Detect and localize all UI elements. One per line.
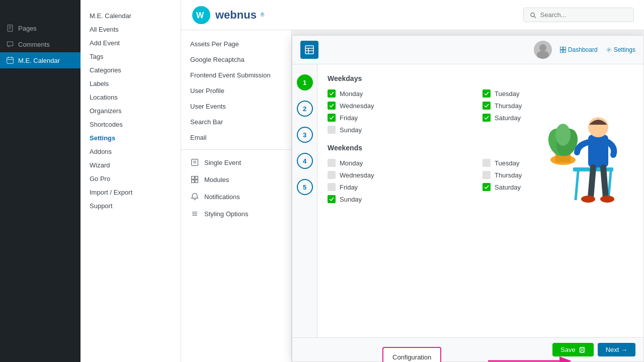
- wknd-friday-checkbox[interactable]: [328, 183, 336, 191]
- svg-rect-12: [192, 159, 198, 166]
- tuesday-checkbox[interactable]: [482, 89, 491, 98]
- wknd-sunday-checkbox[interactable]: [328, 195, 336, 203]
- logo-trademark: ®: [261, 12, 264, 18]
- svg-rect-18: [195, 180, 198, 183]
- menu-item-notifications[interactable]: Notifications: [181, 188, 291, 205]
- menu-label-notifications: Notifications: [204, 193, 240, 201]
- friday-checkbox[interactable]: [328, 114, 336, 122]
- wizard-overlay: Dashboard Settings: [292, 35, 644, 362]
- svg-rect-28: [560, 47, 563, 50]
- svg-rect-46: [581, 347, 584, 349]
- submenu-labels[interactable]: Labels: [80, 77, 181, 90]
- search-box[interactable]: [523, 8, 634, 22]
- submenu-import-export[interactable]: Import / Export: [80, 186, 181, 199]
- svg-rect-41: [588, 135, 608, 167]
- menu-label-email: Email: [190, 134, 207, 141]
- menu-item-single-event[interactable]: Single Event: [181, 154, 291, 171]
- wizard-header: Dashboard Settings: [292, 36, 643, 64]
- menu-item-user-events[interactable]: User Events: [181, 99, 291, 114]
- svg-rect-22: [305, 46, 313, 54]
- weekend-sunday: Sunday: [328, 195, 478, 203]
- wknd-tuesday-checkbox[interactable]: [482, 159, 491, 167]
- submenu-addons[interactable]: Addons: [80, 145, 181, 158]
- weekday-friday: Friday: [328, 114, 478, 122]
- menu-item-frontend[interactable]: Frontend Event Submission: [181, 67, 291, 83]
- menu-item-assets[interactable]: Assets Per Page: [181, 36, 291, 52]
- wknd-wednesday-checkbox[interactable]: [328, 171, 336, 179]
- svg-point-10: [531, 13, 535, 17]
- sidebar-item-pages[interactable]: Pages: [0, 20, 80, 36]
- sidebar-item-comments[interactable]: Comments: [0, 36, 80, 52]
- svg-rect-30: [560, 50, 563, 53]
- svg-point-27: [537, 51, 549, 59]
- svg-point-26: [539, 44, 546, 51]
- single-event-icon: [190, 158, 199, 167]
- submenu-me-calendar[interactable]: M.E. Calendar: [80, 9, 181, 23]
- wizard-panel: Dashboard Settings: [292, 35, 644, 362]
- wp-admin-sidebar: Pages Comments M.E. Calendar: [0, 0, 80, 362]
- menu-item-email[interactable]: Email: [181, 130, 291, 145]
- wknd-monday-checkbox[interactable]: [328, 159, 336, 167]
- calendar-icon: [6, 56, 14, 64]
- sunday-checkbox[interactable]: [328, 126, 336, 134]
- weekday-monday: Monday: [328, 89, 478, 98]
- next-button[interactable]: Next →: [598, 343, 635, 356]
- wizard-table-icon: [300, 41, 318, 59]
- saturday-label: Saturday: [495, 114, 521, 122]
- submenu-organizers[interactable]: Organizers: [80, 104, 181, 118]
- submenu-all-events[interactable]: All Events: [80, 23, 181, 36]
- svg-point-44: [600, 196, 614, 203]
- weekday-sunday: Sunday: [328, 126, 478, 134]
- dashboard-link[interactable]: Dashboard: [560, 46, 598, 53]
- svg-rect-4: [7, 57, 14, 63]
- wizard-step-sidebar: 1 2 3 4 5: [292, 64, 317, 337]
- logo-text: webnus: [215, 9, 257, 22]
- menu-item-search-bar[interactable]: Search Bar: [181, 114, 291, 130]
- step-2: 2: [297, 101, 313, 117]
- sidebar-comments-label: Comments: [18, 41, 50, 48]
- logo-area: W webnus ®: [191, 5, 264, 25]
- menu-item-styling[interactable]: Styling Options: [181, 205, 291, 222]
- saturday-checkbox[interactable]: [482, 114, 491, 122]
- svg-rect-29: [564, 47, 566, 50]
- submenu-gopro[interactable]: Go Pro: [80, 172, 181, 186]
- wednesday-checkbox[interactable]: [328, 102, 336, 110]
- sidebar-item-mec[interactable]: M.E. Calendar: [0, 52, 80, 68]
- step-4: 4: [297, 153, 313, 169]
- mec-submenu: Admin area for the Modern Events Calenda…: [80, 0, 181, 362]
- svg-rect-17: [192, 180, 195, 183]
- menu-item-modules[interactable]: Modules: [181, 171, 291, 188]
- submenu-locations[interactable]: Locations: [80, 90, 181, 104]
- submenu-shortcodes[interactable]: Shortcodes: [80, 118, 181, 131]
- menu-label-recaptcha: Google Recaptcha: [190, 56, 245, 63]
- menu-item-recaptcha[interactable]: Google Recaptcha: [181, 52, 291, 67]
- notifications-icon: [190, 192, 199, 201]
- dashboard-label: Dashboard: [568, 46, 598, 53]
- submenu-settings[interactable]: Settings: [80, 131, 181, 145]
- wednesday-label: Wednesday: [340, 102, 374, 110]
- menu-item-user-profile[interactable]: User Profile: [181, 83, 291, 99]
- step-1: 1: [297, 74, 313, 90]
- thursday-checkbox[interactable]: [482, 102, 491, 110]
- wizard-nav: Dashboard Settings: [534, 41, 635, 59]
- step-3: 3: [297, 127, 313, 143]
- submenu-categories[interactable]: Categories: [80, 63, 181, 77]
- settings-sidebar: Assets Per Page Google Recaptcha Fronten…: [181, 30, 292, 362]
- next-label: Next →: [606, 346, 627, 353]
- wknd-thursday-checkbox[interactable]: [482, 171, 491, 179]
- wknd-thursday-label: Thursday: [495, 171, 522, 179]
- pages-icon: [6, 24, 14, 32]
- submenu-tags[interactable]: Tags: [80, 50, 181, 63]
- svg-rect-16: [195, 176, 198, 179]
- illustration: [523, 69, 633, 210]
- search-input[interactable]: [540, 11, 627, 19]
- submenu-support[interactable]: Support: [80, 199, 181, 213]
- wknd-saturday-checkbox[interactable]: [482, 183, 491, 191]
- thursday-label: Thursday: [495, 102, 522, 110]
- submenu-add-event[interactable]: Add Event: [80, 36, 181, 50]
- wknd-tuesday-label: Tuesday: [495, 159, 519, 167]
- monday-checkbox[interactable]: [328, 89, 336, 98]
- submenu-wizard[interactable]: Wizard: [80, 158, 181, 172]
- settings-link[interactable]: Settings: [606, 46, 635, 53]
- wizard-footer: Save Next →: [292, 337, 643, 361]
